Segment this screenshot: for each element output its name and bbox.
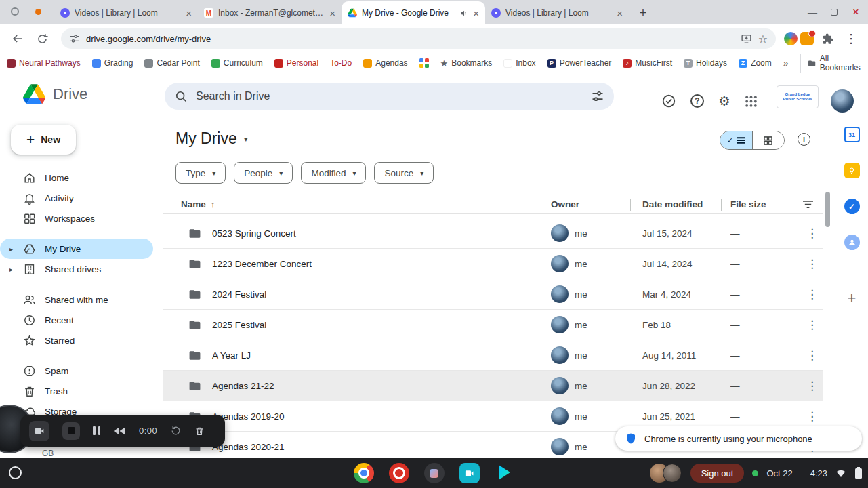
tab-close-icon[interactable]: ×: [186, 8, 192, 18]
battery-icon[interactable]: [854, 467, 863, 479]
row-menu-icon[interactable]: ⋮: [802, 257, 818, 271]
sidebar-item-trash[interactable]: Trash: [0, 381, 153, 401]
drive-search-bar[interactable]: [165, 83, 614, 110]
tab-close-icon[interactable]: ×: [329, 8, 335, 18]
extension-icon-colorful[interactable]: [784, 32, 798, 45]
row-menu-icon[interactable]: ⋮: [802, 318, 818, 332]
loom-camera-button[interactable]: [29, 421, 49, 441]
reload-icon[interactable]: [31, 28, 53, 49]
url-text[interactable]: drive.google.com/drive/my-drive: [86, 34, 735, 44]
tab-audio-icon[interactable]: [459, 9, 468, 18]
details-info-icon[interactable]: i: [798, 133, 810, 146]
keep-icon[interactable]: [844, 163, 860, 178]
row-menu-icon[interactable]: ⋮: [802, 287, 818, 302]
account-avatars[interactable]: [650, 464, 682, 483]
file-row[interactable]: 0523 Spring Concert me Jul 15, 2024 — ⋮: [163, 218, 823, 249]
row-menu-icon[interactable]: ⋮: [802, 348, 818, 363]
list-view-button[interactable]: ✓: [720, 131, 752, 149]
settings-gear-icon[interactable]: ⚙: [718, 94, 730, 108]
file-row[interactable]: A Year LJ me Aug 14, 2011 — ⋮: [163, 340, 823, 371]
search-input[interactable]: [196, 90, 583, 102]
maximize-button[interactable]: [831, 9, 838, 16]
wifi-icon[interactable]: [835, 468, 846, 479]
file-row[interactable]: 2025 Festival me Feb 18 — ⋮: [163, 310, 823, 340]
sidebar-item-spam[interactable]: Spam: [0, 361, 153, 381]
bookmark-star-icon[interactable]: ☆: [758, 33, 768, 45]
tab-close-icon[interactable]: ×: [617, 8, 623, 18]
column-name[interactable]: Name ↑: [163, 199, 551, 209]
bookmark-item[interactable]: ZZoom: [739, 58, 772, 68]
close-window-button[interactable]: ×: [850, 7, 861, 18]
bookmark-item[interactable]: Personal: [274, 58, 318, 68]
play-app-icon[interactable]: [495, 463, 515, 483]
sidebar-item-recent[interactable]: Recent: [0, 310, 153, 330]
tab-close-icon[interactable]: ×: [473, 8, 479, 18]
chrome-app-icon[interactable]: [354, 463, 374, 483]
sidebar-item-shared-with-me[interactable]: Shared with me: [0, 289, 153, 310]
tab-loom-2[interactable]: Videos | Library | Loom ×: [485, 1, 629, 24]
shelf-time[interactable]: 4:23: [810, 468, 827, 479]
apps-grid-bookmark-icon[interactable]: [419, 58, 429, 68]
tab-loom-1[interactable]: Videos | Library | Loom ×: [54, 1, 198, 24]
loom-pause-button[interactable]: [93, 426, 100, 435]
table-settings-icon[interactable]: [802, 199, 814, 209]
bookmark-item[interactable]: Grading: [92, 58, 133, 68]
bookmark-item[interactable]: To-Do: [330, 58, 352, 68]
dark-app-icon[interactable]: [424, 463, 445, 483]
red-app-icon[interactable]: [389, 463, 409, 483]
sign-out-button[interactable]: Sign out: [690, 464, 745, 483]
help-icon[interactable]: ?: [690, 94, 704, 108]
loom-restart-button[interactable]: [170, 425, 182, 436]
launcher-icon[interactable]: [9, 466, 22, 479]
browser-menu-icon[interactable]: ⋮: [841, 31, 861, 46]
row-menu-icon[interactable]: ⋮: [802, 379, 818, 393]
new-button[interactable]: + New: [11, 125, 76, 155]
install-app-icon[interactable]: [741, 33, 752, 45]
row-menu-icon[interactable]: ⋮: [802, 226, 818, 241]
loom-rewind-button[interactable]: [113, 426, 126, 436]
bookmark-item[interactable]: Curriculum: [211, 58, 263, 68]
sidebar-item-home[interactable]: Home: [0, 167, 153, 188]
tab-google-drive-active[interactable]: My Drive - Google Drive ×: [342, 1, 485, 24]
add-panel-app-icon[interactable]: +: [848, 289, 856, 307]
sidebar-item-my-drive[interactable]: ▸ My Drive: [0, 239, 153, 259]
scrollbar-thumb[interactable]: [825, 192, 830, 227]
minimize-button[interactable]: —: [807, 7, 818, 18]
drive-logo[interactable]: Drive: [23, 84, 87, 104]
sidebar-item-activity[interactable]: Activity: [0, 188, 153, 208]
bookmarks-overflow-icon[interactable]: »: [783, 58, 789, 68]
row-menu-icon[interactable]: ⋮: [802, 409, 818, 424]
column-date-modified[interactable]: Date modified: [642, 199, 730, 209]
account-avatar[interactable]: [831, 89, 854, 113]
offline-status-icon[interactable]: [661, 94, 676, 108]
bookmark-item[interactable]: ♪MusicFirst: [623, 58, 672, 68]
sidebar-item-starred[interactable]: Starred: [0, 330, 153, 350]
loom-delete-button[interactable]: [194, 426, 205, 436]
file-row-highlighted[interactable]: Agendas 21-22 me Jun 28, 2022 — ⋮: [163, 371, 823, 401]
back-icon[interactable]: [7, 28, 28, 49]
bookmark-item[interactable]: ★Bookmarks: [440, 58, 493, 68]
sidebar-item-shared-drives[interactable]: ▸ Shared drives: [0, 259, 153, 279]
bookmark-item[interactable]: Cedar Point: [144, 58, 199, 68]
bookmark-item[interactable]: THolidays: [684, 58, 727, 68]
filter-source[interactable]: Source▾: [374, 162, 434, 184]
search-filters-icon[interactable]: [591, 89, 604, 103]
extension-icon-orange-badge[interactable]: [800, 32, 814, 45]
bookmark-item[interactable]: Neural Pathways: [7, 58, 81, 68]
expand-caret-icon[interactable]: ▸: [9, 266, 20, 273]
tab-gmail-inbox[interactable]: Inbox - ZermanT@glcomets.ne ×: [198, 1, 342, 24]
column-owner[interactable]: Owner: [551, 199, 642, 209]
bookmark-item[interactable]: PPowerTeacher: [547, 58, 612, 68]
grid-view-button[interactable]: [752, 131, 785, 149]
screencast-app-icon[interactable]: [459, 463, 480, 483]
filter-type[interactable]: Type▾: [175, 162, 226, 184]
loom-stop-button[interactable]: [62, 422, 80, 440]
contacts-icon[interactable]: [844, 235, 860, 250]
column-file-size[interactable]: File size: [730, 199, 802, 209]
bookmark-item[interactable]: Inbox: [503, 58, 535, 68]
microphone-notification[interactable]: Chrome is currently using your microphon…: [615, 426, 862, 451]
tasks-icon[interactable]: [844, 199, 860, 214]
google-apps-grid-icon[interactable]: [745, 95, 758, 108]
sidebar-item-workspaces[interactable]: Workspaces: [0, 208, 153, 228]
new-tab-button[interactable]: +: [634, 4, 652, 22]
